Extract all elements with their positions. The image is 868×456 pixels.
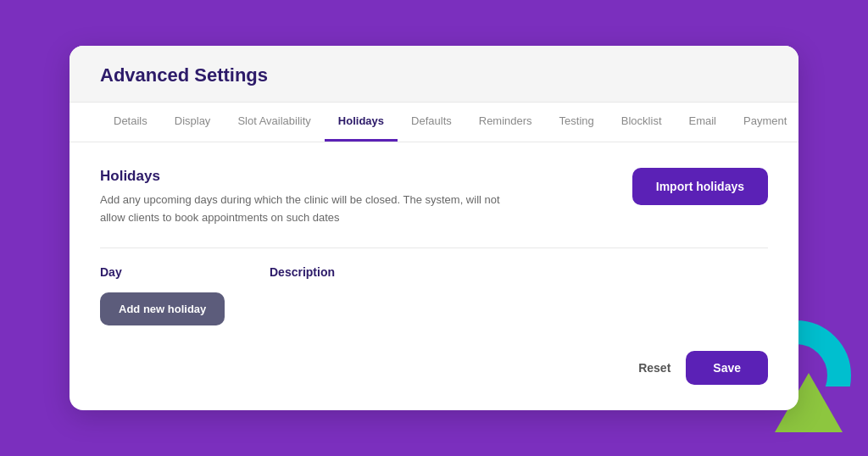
tab-defaults[interactable]: Defaults — [398, 103, 465, 142]
column-day-label: Day — [100, 265, 270, 279]
card-header: Advanced Settings — [70, 46, 798, 103]
settings-card: Advanced Settings Details Display Slot A… — [70, 46, 798, 410]
card-body: Holidays Add any upcoming days during wh… — [70, 142, 798, 409]
section-title: Holidays — [100, 168, 524, 185]
section-info: Holidays Add any upcoming days during wh… — [100, 168, 524, 227]
tab-testing[interactable]: Testing — [546, 103, 608, 142]
tab-payment[interactable]: Payment — [730, 103, 798, 142]
tab-holidays[interactable]: Holidays — [325, 103, 398, 142]
tab-reminders[interactable]: Reminders — [465, 103, 546, 142]
footer-actions: Reset Save — [100, 351, 768, 385]
save-button[interactable]: Save — [686, 351, 768, 385]
tabs-nav: Details Display Slot Availability Holida… — [70, 103, 798, 142]
tab-blocklist[interactable]: Blocklist — [608, 103, 676, 142]
section-top: Holidays Add any upcoming days during wh… — [100, 168, 768, 227]
page-title: Advanced Settings — [100, 64, 768, 86]
section-divider — [100, 247, 768, 248]
tab-display[interactable]: Display — [161, 103, 225, 142]
section-description: Add any upcoming days during which the c… — [100, 192, 524, 227]
column-description-label: Description — [270, 265, 335, 279]
reset-button[interactable]: Reset — [638, 361, 670, 375]
table-header: Day Description — [100, 265, 768, 279]
tab-details[interactable]: Details — [100, 103, 161, 142]
add-new-holiday-button[interactable]: Add new holiday — [100, 292, 225, 325]
import-holidays-button[interactable]: Import holidays — [632, 168, 768, 205]
tab-slot-availability[interactable]: Slot Availability — [224, 103, 324, 142]
tab-email[interactable]: Email — [676, 103, 731, 142]
